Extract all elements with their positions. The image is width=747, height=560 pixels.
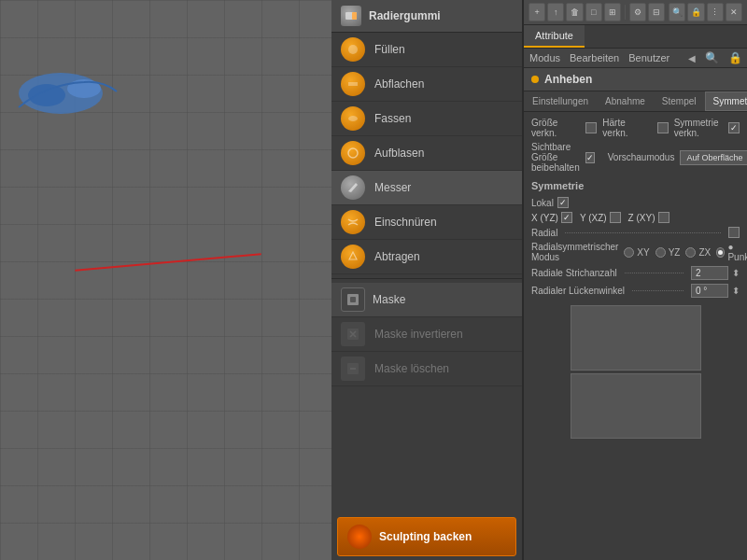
maske-invertieren-icon (341, 322, 365, 346)
radial-yz-radio[interactable] (655, 247, 666, 258)
strichanzahl-spinner[interactable]: ⬍ (732, 268, 740, 278)
sidebar-item-fassen[interactable]: Fassen (331, 102, 522, 136)
sidebar-item-maske[interactable]: Maske (331, 283, 522, 317)
toolbar-layout-button[interactable]: ⊟ (648, 3, 665, 21)
groesse-verkn-row: Größe verkn. Härte verkn. Symmetrie verk… (531, 118, 740, 138)
sidebar-item-fuellen[interactable]: Füllen (331, 33, 522, 67)
radial-modus-row: Radialsymmetrischer Modus XY YZ ZX (531, 242, 740, 262)
lokal-checkbox[interactable] (557, 197, 569, 208)
toolbar-search-button[interactable]: 🔍 (669, 3, 685, 21)
toolbar-square-button[interactable]: □ (585, 3, 602, 21)
toolbar-grid-button[interactable]: ⊞ (604, 3, 621, 21)
panel-tabs: Attribute (524, 25, 747, 49)
groesse-verkn-label: Größe verkn. (531, 118, 580, 138)
axis-x-yz-checkbox[interactable] (561, 212, 572, 223)
toolbar-gear-button[interactable]: ⚙ (629, 3, 646, 21)
toolbar-lock-button[interactable]: 🔒 (687, 3, 704, 21)
maske-loeschen-label: Maske löschen (374, 362, 449, 375)
sidebar-item-einschnoeren[interactable]: Einschnüren (331, 205, 522, 240)
fassen-icon (341, 106, 365, 131)
radial-zx-option[interactable]: ZX (685, 247, 711, 258)
messer-label: Messer (374, 181, 411, 194)
tab-attribute[interactable]: Attribute (524, 25, 585, 48)
fassen-label: Fassen (374, 112, 411, 125)
radialer-lueckenwinkel-row: Radialer Lückenwinkel ⬍ (531, 284, 740, 298)
sculpting-backen-button[interactable]: Sculpting backen (337, 517, 516, 556)
radial-yz-option[interactable]: YZ (655, 247, 681, 258)
aufblasen-label: Aufblasen (374, 147, 424, 160)
sichtbare-groesse-checkbox[interactable] (585, 152, 595, 163)
sidebar-item-messer[interactable]: Messer (331, 171, 522, 205)
sidebar-item-maske-loeschen[interactable]: Maske löschen (331, 352, 522, 386)
menu-modus[interactable]: Modus (529, 52, 560, 63)
radial-xy-option[interactable]: XY (624, 247, 649, 258)
strichanzahl-dotted (625, 273, 684, 273)
svg-point-7 (348, 116, 358, 121)
vorschaumodus-select[interactable]: Auf Oberfläche (680, 150, 747, 165)
sidebar-item-aufblasen[interactable]: Aufblasen (331, 136, 522, 171)
sidebar-item-abflachen[interactable]: Abflachen (331, 67, 522, 102)
maske-label: Maske (373, 293, 405, 306)
vorschaumodus-label: Vorschaumodus (608, 152, 675, 162)
preview-box-top (571, 305, 701, 371)
menu-arrow-icon[interactable]: ◀ (688, 53, 696, 63)
lueckenwinkel-input[interactable] (691, 284, 728, 298)
menu-lock2-icon[interactable]: 🔒 (728, 51, 742, 64)
radial-modus-group: XY YZ ZX ● Punkt (624, 242, 747, 262)
sidebar: Radiergummi Füllen Abflachen Fassen Au (331, 0, 523, 560)
toolbar-more-button[interactable]: ⋮ (707, 3, 724, 21)
axis-y-xz-checkbox[interactable] (610, 212, 621, 223)
viewport[interactable] (0, 0, 331, 560)
symmetrie-verkn-checkbox[interactable] (728, 122, 740, 133)
radiale-strichanzahl-row: Radiale Strichanzahl ⬍ (531, 266, 740, 280)
lueckenwinkel-spinner[interactable]: ⬍ (732, 286, 740, 296)
abflachen-label: Abflachen (374, 77, 424, 91)
toolbar-up-button[interactable]: ↑ (547, 3, 564, 21)
strichanzahl-input[interactable] (691, 266, 728, 280)
svg-rect-6 (348, 82, 358, 86)
radial-xy-radio[interactable] (624, 247, 634, 258)
radial-punkt-radio[interactable] (716, 247, 725, 258)
axis-x-yz[interactable]: X (YZ) (531, 212, 572, 223)
sidebar-item-abtragen[interactable]: Abtragen (331, 240, 522, 274)
toolbar-close-button[interactable]: ✕ (726, 3, 742, 21)
menu-bearbeiten[interactable]: Bearbeiten (570, 52, 619, 63)
groesse-verkn-checkbox[interactable] (585, 122, 597, 133)
axis-z-xy-checkbox[interactable] (658, 212, 669, 223)
tab-symmetrie[interactable]: Symmetrie (705, 91, 747, 111)
sidebar-item-maske-invertieren[interactable]: Maske invertieren (331, 317, 522, 352)
settings-tabs: Einstellungen Abnahme Stempel Symmetrie … (524, 91, 747, 112)
sichtbare-groesse-row: Sichtbare Größe beibehalten Vorschaumodu… (531, 142, 740, 173)
radial-row: Radial (531, 227, 740, 238)
radiale-strichanzahl-label: Radiale Strichanzahl (531, 268, 617, 278)
radialer-lueckenwinkel-label: Radialer Lückenwinkel (531, 286, 625, 296)
radial-punkt-option[interactable]: ● Punkt (716, 242, 747, 262)
right-panel: + ↑ 🗑 □ ⊞ ⚙ ⊟ 🔍 🔒 ⋮ ✕ Attribute Modus Be… (523, 0, 747, 560)
preview-box-bottom (571, 373, 701, 439)
axis-z-xy[interactable]: Z (XY) (628, 212, 669, 223)
toolbar-delete-button[interactable]: 🗑 (566, 3, 583, 21)
tab-einstellungen[interactable]: Einstellungen (524, 91, 597, 111)
svg-point-1 (28, 84, 65, 106)
radial-checkbox[interactable] (728, 227, 740, 238)
svg-point-5 (348, 45, 358, 54)
abflachen-icon (341, 72, 365, 96)
fuellen-label: Füllen (374, 43, 405, 56)
sculpting-backen-label: Sculpting backen (379, 530, 472, 543)
tab-stempel[interactable]: Stempel (654, 91, 705, 111)
radial-xy-label: XY (637, 247, 649, 258)
tab-abnahme[interactable]: Abnahme (597, 91, 654, 111)
axis-y-xz[interactable]: Y (XZ) (580, 212, 621, 223)
radial-zx-radio[interactable] (685, 247, 696, 258)
maske-icon (341, 287, 365, 312)
haerte-verkn-label: Härte verkn. (602, 118, 651, 138)
toolbar-separator (625, 5, 626, 20)
toolbar-add-button[interactable]: + (529, 3, 545, 21)
haerte-verkn-checkbox[interactable] (657, 122, 669, 133)
svg-point-8 (348, 148, 358, 158)
sculpting-backen-icon (347, 525, 372, 549)
maske-invertieren-label: Maske invertieren (374, 328, 463, 341)
radial-dotted (565, 232, 721, 233)
menu-search-icon[interactable]: 🔍 (705, 51, 719, 64)
menu-benutzer[interactable]: Benutzer (628, 52, 669, 63)
